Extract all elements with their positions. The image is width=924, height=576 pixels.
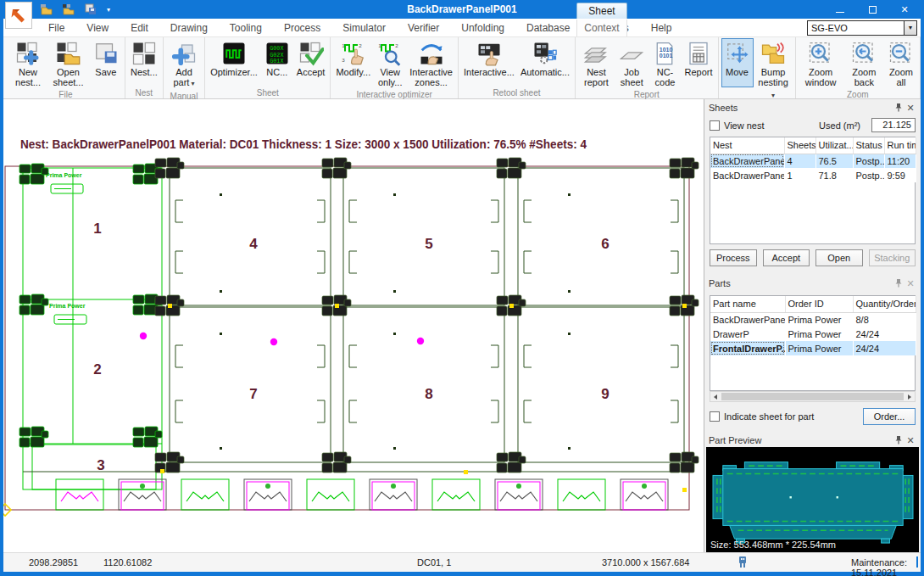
open-button[interactable]: Open — [815, 249, 863, 266]
accept-sheet-button[interactable]: Accept — [763, 249, 810, 266]
close-icon[interactable]: ✕ — [905, 278, 916, 289]
stacking-button: Stacking — [869, 249, 916, 266]
open-sheet-button[interactable]: Open sheet... — [47, 38, 89, 89]
report-button[interactable]: Report — [682, 38, 715, 87]
new-nest-button[interactable]: New nest... — [9, 38, 47, 89]
parts-col-qty[interactable]: Quantity/Ordered — [853, 296, 916, 312]
menu-process[interactable]: Process — [273, 20, 331, 36]
qat-dropdown-icon[interactable]: ▾ — [107, 6, 110, 14]
parts-table-row[interactable]: BackDrawerPanelP Prima Power 8/8 — [710, 312, 916, 327]
bump-nesting-button[interactable]: Bump nesting — [754, 38, 793, 103]
nest-canvas[interactable]: Nest: BackDrawerPanelP001 Material: DC01… — [3, 99, 704, 552]
cursor-x-readout: 2098.29851 — [29, 557, 78, 568]
menu-database[interactable]: Database — [515, 20, 581, 36]
maintenance-icon — [738, 556, 748, 570]
zoom-back-button[interactable]: Zoom back — [844, 38, 884, 89]
parts-panel-header: Parts ✕ — [704, 275, 921, 290]
maximize-button[interactable] — [856, 0, 888, 19]
accept-button[interactable]: Accept — [294, 38, 328, 87]
sheets-panel-title: Sheets — [709, 103, 893, 113]
chevron-down-icon[interactable] — [904, 21, 916, 35]
save-button[interactable]: Save — [90, 38, 122, 87]
menu-unfolding[interactable]: Unfolding — [450, 20, 515, 36]
open-special-quick-icon[interactable] — [61, 3, 76, 16]
scrollbar-thumb[interactable] — [721, 393, 904, 400]
zoom-all-button[interactable]: Zoom all — [885, 38, 917, 89]
modify-icon: 123 — [340, 40, 367, 67]
quick-access-toolbar: ▾ — [39, 3, 110, 16]
ribbon-group-zoom: Zoom window Zoom back Zoom all Zoom — [796, 37, 921, 98]
retool-automatic-button[interactable]: Automatic... — [518, 38, 572, 87]
order-button[interactable]: Order... — [863, 408, 916, 425]
minimize-button[interactable] — [824, 0, 856, 19]
sheets-col-utilization[interactable]: Utilizat... — [815, 137, 853, 154]
clip-part[interactable] — [119, 479, 166, 510]
move-button[interactable]: Move — [721, 38, 754, 87]
retool-interactive-button[interactable]: Interactive... — [461, 38, 517, 87]
clip-part[interactable] — [370, 479, 417, 510]
menu-edit[interactable]: Edit — [120, 20, 159, 36]
clip-part[interactable] — [495, 479, 543, 510]
clip-part[interactable] — [56, 479, 103, 510]
svg-text:2: 2 — [359, 42, 362, 48]
clip-part[interactable] — [244, 479, 292, 510]
indicate-sheet-checkbox[interactable] — [710, 411, 720, 422]
app-logo-icon[interactable] — [5, 2, 32, 29]
menu-verifier[interactable]: Verifier — [397, 20, 450, 36]
zoom-window-button[interactable]: Zoom window — [799, 38, 843, 89]
clip-part[interactable] — [558, 479, 605, 510]
interactive-zones-button[interactable]: Interactive zones... — [407, 38, 455, 89]
nest-button[interactable]: Nest... — [128, 38, 160, 87]
part-preview-title: Part Preview — [709, 435, 893, 445]
menu-file[interactable]: File — [37, 20, 75, 36]
menu-help[interactable]: Help — [640, 20, 683, 36]
tool-hit-cluster — [19, 164, 48, 184]
pin-icon[interactable] — [893, 103, 905, 114]
menu-simulator[interactable]: Simulator — [331, 20, 397, 36]
scroll-left-icon[interactable] — [710, 392, 721, 401]
pin-icon[interactable] — [893, 435, 905, 446]
scroll-right-icon[interactable] — [905, 392, 915, 401]
view-only-button[interactable]: 12 View only... — [374, 38, 406, 89]
menu-context[interactable]: Context — [576, 20, 627, 36]
sheets-col-sheets[interactable]: Sheets — [784, 137, 815, 154]
process-button[interactable]: Process — [710, 249, 757, 266]
nest-report-button[interactable]: Nest report — [578, 38, 615, 89]
view-nest-checkbox[interactable] — [710, 120, 720, 131]
close-button[interactable] — [888, 0, 921, 19]
optimizer-button[interactable]: Optimizer... — [208, 38, 260, 87]
sheets-col-status[interactable]: Status — [853, 137, 884, 154]
clip-part[interactable] — [307, 479, 354, 510]
parts-table-row[interactable]: DrawerP Prima Power 24/24 — [710, 327, 916, 341]
parts-col-order[interactable]: Order ID — [785, 296, 853, 312]
save-icon — [92, 40, 120, 67]
job-sheet-button[interactable]: Job sheet — [615, 38, 648, 89]
parts-horizontal-scrollbar[interactable] — [710, 391, 916, 402]
clamp-marker — [464, 470, 468, 474]
clip-part[interactable] — [432, 479, 480, 510]
close-icon[interactable]: ✕ — [905, 435, 916, 446]
clip-part[interactable] — [621, 479, 668, 510]
nested-part-outline — [518, 307, 684, 462]
menu-tooling[interactable]: Tooling — [219, 20, 273, 36]
ribbon-group-report: Nest report Job sheet 10100101 NC-code R… — [576, 37, 719, 98]
machine-selector-dropdown[interactable]: SG-EVO — [807, 20, 917, 36]
parts-table-row[interactable]: FrontalDrawerP... Prima Power 24/24 — [710, 341, 916, 355]
sheets-col-runtime[interactable]: Run time — [884, 137, 916, 154]
modify-button[interactable]: 123 Modify... — [333, 38, 373, 87]
sheets-table-row[interactable]: BackDrawerPanel... 1 71.8 Postp... 9:59 — [710, 168, 916, 182]
contextual-tab-sheet[interactable]: Sheet — [576, 3, 627, 19]
nc-code-button[interactable]: 10100101 NC-code — [648, 38, 681, 89]
clip-part[interactable] — [181, 479, 229, 510]
save-quick-icon[interactable] — [83, 3, 98, 16]
sheets-table-row[interactable]: BackDrawerPanel... 4 76.5 Postp... 11:20 — [710, 154, 916, 168]
add-part-button[interactable]: Add part — [166, 38, 202, 91]
close-icon[interactable]: ✕ — [905, 103, 916, 114]
parts-col-name[interactable]: Part name — [710, 296, 785, 312]
menu-view[interactable]: View — [75, 20, 120, 36]
open-quick-icon[interactable] — [39, 3, 54, 16]
sheets-col-nest[interactable]: Nest — [710, 137, 784, 154]
pin-icon[interactable] — [893, 278, 905, 289]
menu-drawing[interactable]: Drawing — [159, 20, 219, 36]
nc-button[interactable]: G00XG02XG01X NC... — [261, 38, 293, 87]
